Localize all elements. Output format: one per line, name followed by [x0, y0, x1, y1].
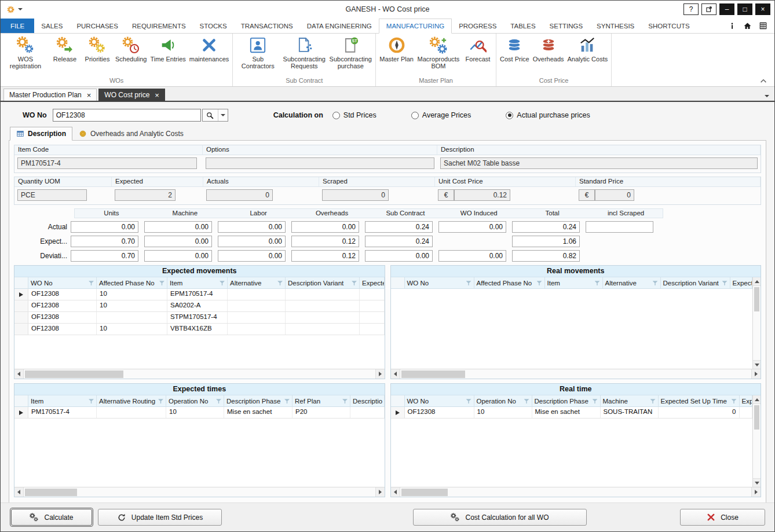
filter-icon[interactable]	[284, 398, 290, 403]
filter-icon[interactable]	[653, 280, 658, 285]
filter-icon[interactable]	[277, 280, 283, 285]
table-row[interactable]: OF12308 STPM170517-4	[14, 312, 385, 324]
overheads-button[interactable]: Overheads	[531, 34, 566, 63]
wos-registration-button[interactable]: WOS registration	[2, 34, 49, 70]
cost-price-button[interactable]: Cost Price	[498, 34, 531, 63]
vertical-scrollbar[interactable]	[752, 395, 761, 487]
ribbon-tab-stocks[interactable]: STOCKS	[193, 19, 234, 33]
scroll-left-button[interactable]	[391, 369, 400, 379]
filter-icon[interactable]	[89, 280, 94, 285]
filter-icon[interactable]	[524, 398, 529, 403]
column-header-wo-no[interactable]: WO No	[28, 277, 97, 288]
item-code-field[interactable]: PM170517-4	[17, 157, 197, 169]
scrollbar-thumb[interactable]	[401, 370, 465, 378]
filter-icon[interactable]	[352, 280, 357, 285]
horizontal-scrollbar[interactable]	[391, 487, 761, 497]
ribbon-tab-tables[interactable]: TABLES	[503, 19, 542, 33]
column-header-expected-q[interactable]: Expected Q	[360, 277, 385, 288]
search-icon[interactable]	[203, 109, 218, 121]
horizontal-scrollbar[interactable]	[14, 487, 385, 497]
actuals-field[interactable]: 0	[206, 189, 273, 201]
scrollbar-thumb[interactable]	[25, 370, 123, 378]
analytic-costs-button[interactable]: Analytic Costs	[566, 34, 610, 63]
minimize-button[interactable]: –	[719, 3, 734, 15]
scroll-down-button[interactable]	[753, 478, 761, 487]
row-selector[interactable]	[14, 300, 28, 311]
radio-actual-purchase-prices[interactable]: Actual purchase prices	[506, 111, 590, 119]
ribbon-tab-progress[interactable]: PROGRESS	[452, 19, 503, 33]
scrollbar-thumb[interactable]	[754, 405, 759, 430]
column-header-machine[interactable]: Machine	[601, 395, 659, 406]
column-header-description-phase[interactable]: Description Phase	[224, 395, 293, 406]
column-header-alternative[interactable]: Alternative	[603, 277, 661, 288]
row-selector[interactable]	[14, 324, 28, 335]
ribbon-tab-requirements[interactable]: REQUIREMENTS	[125, 19, 193, 33]
filter-icon[interactable]	[216, 398, 221, 403]
wo-no-input[interactable]	[53, 109, 201, 122]
radio-std-prices[interactable]: Std Prices	[332, 111, 376, 119]
scroll-right-button[interactable]	[751, 487, 761, 497]
table-row[interactable]: OF12308 10 EPM170517-4	[14, 289, 385, 300]
table-row[interactable]: OF12308 10 VBTB4X16ZB	[14, 324, 385, 335]
column-header-alternative[interactable]: Alternative	[228, 277, 286, 288]
subcontracting-requests-button[interactable]: Subcontracting Requests	[281, 34, 327, 70]
tab-overheads-analytic-costs[interactable]: Overheads and Analytic Costs	[72, 127, 190, 141]
filter-icon[interactable]	[89, 398, 94, 403]
scraped-field[interactable]: 0	[322, 189, 389, 201]
help-button[interactable]: ?	[683, 3, 699, 15]
filter-icon[interactable]	[732, 398, 737, 403]
column-header-wo-no[interactable]: WO No	[405, 395, 474, 406]
ribbon-tab-purchases[interactable]: PURCHASES	[70, 19, 125, 33]
column-header-item[interactable]: Item	[28, 395, 97, 406]
row-selector[interactable]	[14, 312, 28, 323]
scrollbar-thumb[interactable]	[401, 489, 448, 496]
vertical-scrollbar[interactable]	[752, 277, 761, 369]
scroll-left-button[interactable]	[391, 487, 400, 497]
scroll-right-button[interactable]	[751, 369, 761, 379]
column-header-wo-no[interactable]: WO No	[405, 277, 474, 288]
filter-icon[interactable]	[595, 280, 600, 285]
column-header-description[interactable]: Descriptio	[350, 395, 385, 406]
scroll-down-button[interactable]	[753, 360, 761, 369]
expected-field[interactable]: 2	[115, 189, 176, 201]
description-field[interactable]: Sachet M02 Table basse	[440, 157, 758, 169]
quick-access-toolbar[interactable]	[1, 5, 28, 14]
ribbon-collapse-icon[interactable]	[759, 78, 767, 83]
maintenances-button[interactable]: maintenances	[188, 34, 231, 63]
close-window-button[interactable]: ×	[755, 3, 770, 15]
scheduling-button[interactable]: Scheduling	[114, 34, 148, 63]
ribbon-tab-data-engineering[interactable]: DATA ENGINEERING	[300, 19, 379, 33]
ribbon-tab-synthesis[interactable]: SYNTHESIS	[590, 19, 641, 33]
filter-icon[interactable]	[466, 398, 471, 403]
maximize-button[interactable]: □	[737, 3, 752, 15]
time-entries-button[interactable]: Time Entries	[148, 34, 187, 63]
release-button[interactable]: Release	[49, 34, 81, 63]
subcontracting-purchase-button[interactable]: ST Subcontracting purchase	[327, 34, 374, 70]
ribbon-tab-transactions[interactable]: TRANSACTIONS	[234, 19, 300, 33]
doc-tab-wo-cost-price[interactable]: WO Cost price ×	[98, 89, 165, 101]
filter-icon[interactable]	[650, 398, 656, 403]
table-row[interactable]: OF12308 10 SA0202-A	[14, 300, 385, 312]
filter-icon[interactable]	[342, 398, 348, 403]
calculate-button[interactable]: Calculate	[11, 509, 92, 526]
scroll-left-button[interactable]	[14, 369, 24, 379]
quantity-uom-field[interactable]: PCE	[17, 189, 87, 201]
column-header-description-phase[interactable]: Description Phase	[532, 395, 601, 406]
close-tab-icon[interactable]: ×	[87, 91, 92, 99]
column-header-affected-phase-no[interactable]: Affected Phase No	[97, 277, 167, 288]
column-header-expected[interactable]: Expecte	[740, 395, 753, 406]
scrollbar-thumb[interactable]	[25, 489, 77, 496]
search-button[interactable]	[202, 109, 228, 122]
ribbon-tab-file[interactable]: FILE	[1, 19, 34, 33]
info-icon[interactable]	[728, 22, 736, 30]
column-header-expected-set-up-time[interactable]: Expected Set Up Time	[659, 395, 740, 406]
scroll-right-button[interactable]	[375, 487, 385, 497]
popout-button[interactable]	[701, 3, 716, 15]
table-row[interactable]: OF12308 10 Mise en sachet SOUS-TRAITAN 0	[391, 407, 753, 419]
column-header-description-variant[interactable]: Description Variant	[661, 277, 730, 288]
column-header-ref-plan[interactable]: Ref Plan	[293, 395, 350, 406]
column-header-item[interactable]: Item	[545, 277, 603, 288]
close-button[interactable]: Close	[680, 509, 765, 526]
column-header-expected-q[interactable]: Expected Q	[730, 277, 753, 288]
column-header-affected-phase-no[interactable]: Affected Phase No	[474, 277, 545, 288]
